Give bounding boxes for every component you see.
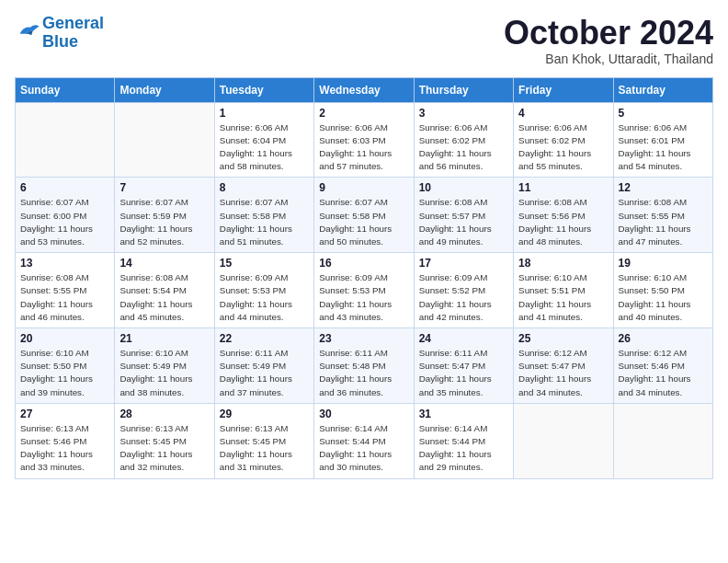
day-info: Sunrise: 6:06 AM Sunset: 6:01 PM Dayligh… xyxy=(619,121,708,174)
day-info: Sunrise: 6:06 AM Sunset: 6:03 PM Dayligh… xyxy=(319,121,408,174)
column-header-monday: Monday xyxy=(115,77,214,102)
day-number: 25 xyxy=(518,332,608,345)
day-info: Sunrise: 6:08 AM Sunset: 5:55 PM Dayligh… xyxy=(619,196,708,248)
column-header-thursday: Thursday xyxy=(414,77,513,102)
day-number: 2 xyxy=(319,107,408,120)
day-info: Sunrise: 6:13 AM Sunset: 5:46 PM Dayligh… xyxy=(20,422,109,475)
day-cell: 29Sunrise: 6:13 AM Sunset: 5:45 PM Dayli… xyxy=(214,403,313,478)
day-cell: 13Sunrise: 6:08 AM Sunset: 5:55 PM Dayli… xyxy=(16,253,115,328)
day-cell: 23Sunrise: 6:11 AM Sunset: 5:48 PM Dayli… xyxy=(314,328,414,404)
day-number: 16 xyxy=(319,257,408,270)
day-info: Sunrise: 6:12 AM Sunset: 5:47 PM Dayligh… xyxy=(518,347,608,399)
day-cell: 16Sunrise: 6:09 AM Sunset: 5:53 PM Dayli… xyxy=(314,253,414,328)
day-number: 11 xyxy=(518,181,608,194)
day-number: 9 xyxy=(319,181,408,194)
day-info: Sunrise: 6:09 AM Sunset: 5:52 PM Dayligh… xyxy=(419,271,508,324)
day-cell: 21Sunrise: 6:10 AM Sunset: 5:49 PM Dayli… xyxy=(115,328,214,404)
day-info: Sunrise: 6:10 AM Sunset: 5:49 PM Dayligh… xyxy=(119,347,209,399)
day-number: 7 xyxy=(119,181,209,194)
logo-bird-icon xyxy=(15,20,40,42)
day-cell: 2Sunrise: 6:06 AM Sunset: 6:03 PM Daylig… xyxy=(314,102,414,178)
day-info: Sunrise: 6:07 AM Sunset: 5:58 PM Dayligh… xyxy=(220,196,309,248)
day-number: 4 xyxy=(518,107,608,120)
column-header-tuesday: Tuesday xyxy=(214,77,313,102)
logo: General Blue xyxy=(15,15,104,52)
day-info: Sunrise: 6:08 AM Sunset: 5:57 PM Dayligh… xyxy=(419,196,508,248)
day-cell: 10Sunrise: 6:08 AM Sunset: 5:57 PM Dayli… xyxy=(414,178,513,253)
day-info: Sunrise: 6:11 AM Sunset: 5:48 PM Dayligh… xyxy=(319,347,408,399)
day-cell: 14Sunrise: 6:08 AM Sunset: 5:54 PM Dayli… xyxy=(115,253,214,328)
day-info: Sunrise: 6:14 AM Sunset: 5:44 PM Dayligh… xyxy=(319,422,408,475)
day-number: 13 xyxy=(20,257,109,270)
day-number: 22 xyxy=(220,332,309,345)
day-cell: 9Sunrise: 6:07 AM Sunset: 5:58 PM Daylig… xyxy=(314,178,414,253)
day-info: Sunrise: 6:06 AM Sunset: 6:02 PM Dayligh… xyxy=(518,121,608,174)
day-cell: 20Sunrise: 6:10 AM Sunset: 5:50 PM Dayli… xyxy=(16,328,115,404)
day-info: Sunrise: 6:10 AM Sunset: 5:50 PM Dayligh… xyxy=(20,347,109,399)
day-number: 6 xyxy=(20,181,109,194)
month-title: October 2024 xyxy=(504,15,713,52)
day-cell: 31Sunrise: 6:14 AM Sunset: 5:44 PM Dayli… xyxy=(414,403,513,478)
day-info: Sunrise: 6:12 AM Sunset: 5:46 PM Dayligh… xyxy=(619,347,708,399)
day-cell: 17Sunrise: 6:09 AM Sunset: 5:52 PM Dayli… xyxy=(414,253,513,328)
column-header-saturday: Saturday xyxy=(613,77,712,102)
day-number: 20 xyxy=(20,332,109,345)
day-cell xyxy=(514,403,613,478)
day-cell: 26Sunrise: 6:12 AM Sunset: 5:46 PM Dayli… xyxy=(613,328,712,404)
day-info: Sunrise: 6:13 AM Sunset: 5:45 PM Dayligh… xyxy=(220,422,309,475)
day-info: Sunrise: 6:10 AM Sunset: 5:51 PM Dayligh… xyxy=(518,271,608,324)
day-info: Sunrise: 6:07 AM Sunset: 5:59 PM Dayligh… xyxy=(119,196,209,248)
day-number: 15 xyxy=(220,257,309,270)
day-cell xyxy=(16,102,115,178)
day-cell: 22Sunrise: 6:11 AM Sunset: 5:49 PM Dayli… xyxy=(214,328,313,404)
day-number: 23 xyxy=(319,332,408,345)
day-cell: 12Sunrise: 6:08 AM Sunset: 5:55 PM Dayli… xyxy=(613,178,712,253)
column-header-sunday: Sunday xyxy=(16,77,115,102)
day-info: Sunrise: 6:09 AM Sunset: 5:53 PM Dayligh… xyxy=(319,271,408,324)
day-number: 1 xyxy=(220,107,309,120)
week-row-1: 1Sunrise: 6:06 AM Sunset: 6:04 PM Daylig… xyxy=(16,102,713,178)
day-cell: 25Sunrise: 6:12 AM Sunset: 5:47 PM Dayli… xyxy=(514,328,613,404)
day-number: 8 xyxy=(220,181,309,194)
day-number: 29 xyxy=(220,408,309,420)
day-info: Sunrise: 6:10 AM Sunset: 5:50 PM Dayligh… xyxy=(619,271,708,324)
day-info: Sunrise: 6:11 AM Sunset: 5:49 PM Dayligh… xyxy=(220,347,309,399)
day-info: Sunrise: 6:08 AM Sunset: 5:55 PM Dayligh… xyxy=(20,271,109,324)
day-number: 17 xyxy=(419,257,508,270)
day-cell: 7Sunrise: 6:07 AM Sunset: 5:59 PM Daylig… xyxy=(115,178,214,253)
week-row-3: 13Sunrise: 6:08 AM Sunset: 5:55 PM Dayli… xyxy=(16,253,713,328)
day-cell: 27Sunrise: 6:13 AM Sunset: 5:46 PM Dayli… xyxy=(16,403,115,478)
day-info: Sunrise: 6:08 AM Sunset: 5:54 PM Dayligh… xyxy=(119,271,209,324)
week-row-5: 27Sunrise: 6:13 AM Sunset: 5:46 PM Dayli… xyxy=(16,403,713,478)
day-number: 21 xyxy=(119,332,209,345)
day-info: Sunrise: 6:13 AM Sunset: 5:45 PM Dayligh… xyxy=(119,422,209,475)
day-info: Sunrise: 6:08 AM Sunset: 5:56 PM Dayligh… xyxy=(518,196,608,248)
day-info: Sunrise: 6:11 AM Sunset: 5:47 PM Dayligh… xyxy=(419,347,508,399)
day-info: Sunrise: 6:06 AM Sunset: 6:02 PM Dayligh… xyxy=(419,121,508,174)
week-row-4: 20Sunrise: 6:10 AM Sunset: 5:50 PM Dayli… xyxy=(16,328,713,404)
day-number: 26 xyxy=(619,332,708,345)
location-subtitle: Ban Khok, Uttaradit, Thailand xyxy=(504,52,713,66)
day-cell: 30Sunrise: 6:14 AM Sunset: 5:44 PM Dayli… xyxy=(314,403,414,478)
day-info: Sunrise: 6:14 AM Sunset: 5:44 PM Dayligh… xyxy=(419,422,508,475)
day-cell: 24Sunrise: 6:11 AM Sunset: 5:47 PM Dayli… xyxy=(414,328,513,404)
title-block: October 2024 Ban Khok, Uttaradit, Thaila… xyxy=(504,15,713,66)
day-number: 12 xyxy=(619,181,708,194)
day-info: Sunrise: 6:06 AM Sunset: 6:04 PM Dayligh… xyxy=(220,121,309,174)
day-cell: 1Sunrise: 6:06 AM Sunset: 6:04 PM Daylig… xyxy=(214,102,313,178)
day-cell: 15Sunrise: 6:09 AM Sunset: 5:53 PM Dayli… xyxy=(214,253,313,328)
day-cell: 18Sunrise: 6:10 AM Sunset: 5:51 PM Dayli… xyxy=(514,253,613,328)
day-cell: 5Sunrise: 6:06 AM Sunset: 6:01 PM Daylig… xyxy=(613,102,712,178)
calendar-table: SundayMondayTuesdayWednesdayThursdayFrid… xyxy=(15,77,713,479)
day-cell: 28Sunrise: 6:13 AM Sunset: 5:45 PM Dayli… xyxy=(115,403,214,478)
day-info: Sunrise: 6:07 AM Sunset: 5:58 PM Dayligh… xyxy=(319,196,408,248)
day-cell: 4Sunrise: 6:06 AM Sunset: 6:02 PM Daylig… xyxy=(514,102,613,178)
logo-text: General Blue xyxy=(42,15,104,52)
day-number: 5 xyxy=(619,107,708,120)
day-number: 19 xyxy=(619,257,708,270)
day-number: 14 xyxy=(119,257,209,270)
day-cell: 6Sunrise: 6:07 AM Sunset: 6:00 PM Daylig… xyxy=(16,178,115,253)
day-cell xyxy=(613,403,712,478)
day-number: 10 xyxy=(419,181,508,194)
header-row: SundayMondayTuesdayWednesdayThursdayFrid… xyxy=(16,77,713,102)
